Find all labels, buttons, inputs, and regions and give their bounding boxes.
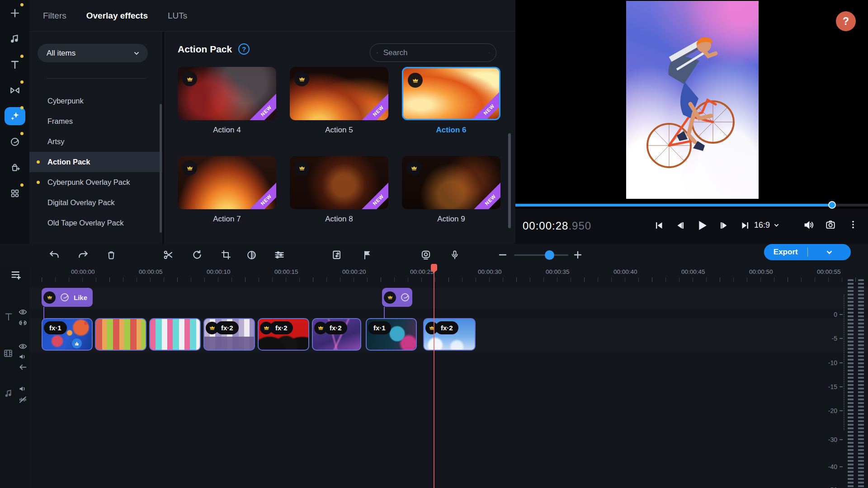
sidebar-item-titles[interactable] <box>0 52 29 77</box>
delete-button[interactable] <box>104 248 118 262</box>
sidebar-item-more-tools[interactable] <box>0 180 29 206</box>
ruler-timestamp: 00:00:30 <box>478 268 502 275</box>
add-track-button[interactable] <box>10 269 23 282</box>
category-item[interactable]: Action Pack <box>29 152 162 172</box>
help-button[interactable]: ? <box>836 11 856 31</box>
effects-browser: FiltersOverlay effectsLUTs All items Cyb… <box>29 0 515 244</box>
timeline-ruler[interactable]: 00:00:0000:00:0500:00:1000:00:1500:00:20… <box>29 266 868 284</box>
effect-card[interactable]: NEW Action 4 <box>178 67 276 156</box>
fx-count-badge: fx·1 <box>368 321 391 334</box>
new-ribbon: NEW <box>246 180 276 209</box>
category-item[interactable]: Cyberpunk Overlay Pack <box>29 172 162 192</box>
effects-scrollbar[interactable] <box>508 133 511 228</box>
aspect-ratio-selector[interactable]: 16:9 <box>754 221 779 230</box>
export-button[interactable]: Export <box>764 244 851 260</box>
video-clip[interactable] <box>149 318 201 351</box>
crop-icon[interactable] <box>219 248 233 262</box>
voiceover-mic-icon[interactable] <box>448 248 462 262</box>
skip-to-start-button[interactable] <box>651 217 666 234</box>
audio-level-meter: 0 -5 -10 -15 -20 -30 -40 -50 <box>836 266 868 488</box>
premium-crown-icon <box>182 160 197 175</box>
meter-scale-label: 0 <box>834 311 843 318</box>
next-frame-button[interactable] <box>716 217 731 234</box>
browser-tab[interactable]: Overlay effects <box>86 11 148 21</box>
category-item[interactable]: Cyberpunk <box>29 91 162 111</box>
timeline-zoom-slider[interactable] <box>514 254 568 256</box>
skip-to-end-button[interactable] <box>738 217 753 234</box>
effect-card[interactable]: NEW Action 9 <box>402 156 500 245</box>
snapshot-button[interactable] <box>825 219 836 230</box>
category-item[interactable]: Digital Overlay Pack <box>29 192 162 213</box>
browser-tab[interactable]: LUTs <box>168 11 187 21</box>
music-note-icon <box>9 33 20 44</box>
meter-scale-label: -50 <box>828 486 843 488</box>
video-clip[interactable]: fx·2 <box>312 318 361 351</box>
cut-icon[interactable] <box>161 248 175 262</box>
overlay-clip-label: Like <box>74 294 87 301</box>
seekbar-handle[interactable] <box>828 201 836 209</box>
redo-button[interactable] <box>76 248 90 262</box>
effect-card[interactable]: NEW Action 7 <box>178 156 276 245</box>
sidebar-item-add-media[interactable] <box>0 0 29 26</box>
effect-thumbnail: NEW <box>402 156 500 209</box>
effect-card[interactable]: NEW Action 8 <box>290 156 388 245</box>
search-input[interactable] <box>382 48 484 58</box>
notification-dot <box>20 132 24 135</box>
clip-properties-icon[interactable] <box>272 248 287 262</box>
sidebar-item-transitions[interactable] <box>0 77 29 103</box>
playhead-handle[interactable] <box>431 264 437 271</box>
category-scrollbar[interactable] <box>160 104 162 233</box>
sidebar-item-effects[interactable] <box>0 103 29 129</box>
sidebar-item-store[interactable] <box>0 155 29 180</box>
category-list: Cyberpunk Frames Artsy Action Pack Cyber… <box>29 91 162 233</box>
video-clip[interactable]: fx·2 <box>258 318 309 351</box>
sidebar-item-audio[interactable] <box>0 26 29 52</box>
video-editor-app: FiltersOverlay effectsLUTs All items Cyb… <box>0 0 868 488</box>
search-box[interactable] <box>370 43 496 62</box>
notification-dot <box>20 80 24 84</box>
preview-seekbar[interactable] <box>515 204 868 206</box>
overlay-clip[interactable] <box>382 288 412 307</box>
category-item[interactable]: Artsy <box>29 131 162 152</box>
collection-dropdown[interactable]: All items <box>38 44 148 62</box>
transition-wizard-icon[interactable] <box>330 248 344 262</box>
ruler-timestamp: 00:00:35 <box>546 268 570 275</box>
video-clip[interactable] <box>95 318 146 351</box>
undo-button[interactable] <box>47 248 61 262</box>
webcam-icon[interactable] <box>419 248 433 262</box>
meter-scale-label: -40 <box>828 463 843 470</box>
zoom-out-button[interactable] <box>495 248 510 262</box>
timecode: 00:00:28.950 <box>523 220 591 232</box>
browser-tab[interactable]: Filters <box>43 11 66 21</box>
category-item[interactable]: Old Tape Overlay Pack <box>29 213 162 233</box>
category-item[interactable]: Frames <box>29 111 162 131</box>
premium-crown-icon <box>406 160 421 175</box>
video-clip[interactable]: fx·2 <box>423 318 476 351</box>
video-clip[interactable]: fx·2 <box>203 318 255 351</box>
preview-pane: ? 00:00:28.950 16:9 <box>515 0 868 244</box>
color-adjustments-icon[interactable] <box>244 248 259 262</box>
marker-flag-icon[interactable] <box>360 248 374 262</box>
ruler-ticks <box>42 277 868 282</box>
video-clip[interactable]: fx·1 <box>42 318 93 351</box>
sidebar-item-stickers[interactable] <box>0 129 29 155</box>
ruler-timestamp: 00:00:15 <box>274 268 298 275</box>
overlay-clip[interactable]: Like <box>42 288 93 307</box>
rotate-icon[interactable] <box>190 248 204 262</box>
clear-search-icon[interactable] <box>489 49 490 56</box>
effect-thumbnail: NEW <box>402 67 500 120</box>
zoom-in-button[interactable] <box>571 248 585 262</box>
previous-frame-button[interactable] <box>673 217 688 234</box>
new-ribbon: NEW <box>246 91 276 120</box>
effect-card[interactable]: NEW Action 6 <box>402 67 500 156</box>
volume-button[interactable] <box>803 219 816 231</box>
more-options-button[interactable] <box>848 219 858 230</box>
timeline-zoom-handle[interactable] <box>545 250 554 260</box>
effect-card[interactable]: NEW Action 5 <box>290 67 388 156</box>
play-button[interactable] <box>694 217 710 234</box>
meter-scale-label: -20 <box>828 407 843 414</box>
ruler-timestamp: 00:00:50 <box>749 268 773 275</box>
playhead-line <box>434 271 434 488</box>
video-clip[interactable]: fx·1 <box>366 318 417 351</box>
pack-help-icon[interactable]: ? <box>238 43 250 55</box>
